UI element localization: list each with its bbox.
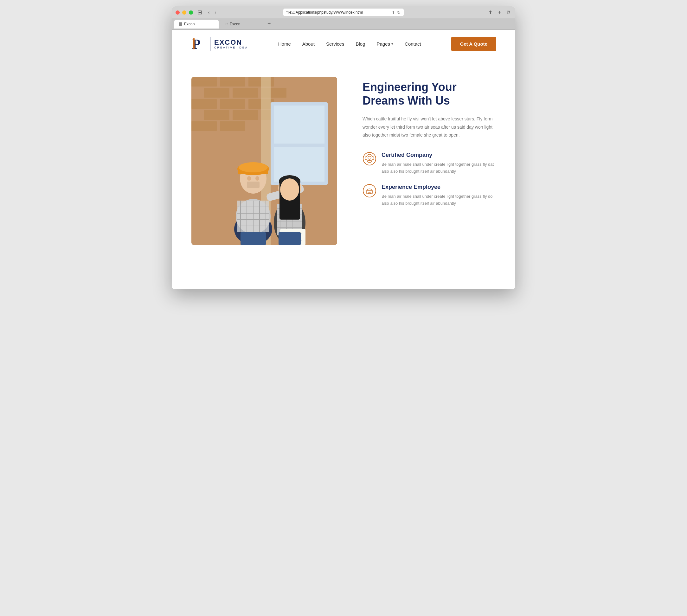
address-icons: ⬆ ↻ xyxy=(392,10,401,15)
nav-about[interactable]: About xyxy=(302,41,315,47)
back-button[interactable]: ‹ xyxy=(206,9,211,16)
site-nav: Home About Services Blog Pages ▾ Contact xyxy=(278,41,421,47)
nav-pages[interactable]: Pages ▾ xyxy=(377,41,394,47)
feature-experience-title: Experience Employee xyxy=(381,184,495,191)
nav-contact[interactable]: Contact xyxy=(405,41,421,47)
svg-rect-64 xyxy=(366,191,373,193)
svg-rect-39 xyxy=(247,181,260,188)
sidebar-toggle-button[interactable]: ⊟ xyxy=(196,8,204,17)
tabbar: 🅿 Excon 🛡 Excon + xyxy=(172,18,515,30)
svg-rect-1 xyxy=(193,38,195,49)
close-button[interactable] xyxy=(176,10,180,15)
tab1-favicon: 🅿 xyxy=(179,22,182,26)
feature-certified-content: Certified Company Be man air male shall … xyxy=(381,152,495,175)
tab-1[interactable]: 🅿 Excon xyxy=(174,20,219,28)
experience-icon xyxy=(362,184,376,198)
chevron-down-icon: ▾ xyxy=(391,42,393,46)
svg-rect-19 xyxy=(274,147,325,181)
svg-rect-12 xyxy=(204,110,229,120)
get-quote-button[interactable]: Get A Quote xyxy=(451,37,496,51)
address-text: file:///Applications/phpstudy/WWW/index.… xyxy=(286,10,363,15)
svg-rect-16 xyxy=(220,122,245,131)
hero-text: Engineering Your Dreams With Us Which ca… xyxy=(362,77,495,216)
logo-divider xyxy=(210,37,210,51)
split-view-button[interactable]: ⧉ xyxy=(505,9,511,16)
tab2-favicon: 🛡 xyxy=(224,22,228,26)
hero-title: Engineering Your Dreams With Us xyxy=(362,80,495,107)
feature-certified-desc: Be man air male shall under create light… xyxy=(381,161,495,175)
logo-name: EXCON xyxy=(214,38,248,47)
svg-rect-10 xyxy=(220,99,245,109)
forward-button[interactable]: › xyxy=(213,9,217,16)
hero-description: Which cattle fruitful he fly visi won't … xyxy=(362,115,495,139)
refresh-icon[interactable]: ↻ xyxy=(397,10,401,15)
feature-experience-content: Experience Employee Be man air male shal… xyxy=(381,184,495,207)
svg-rect-15 xyxy=(192,122,217,131)
svg-point-37 xyxy=(247,176,251,181)
svg-rect-6 xyxy=(204,88,229,97)
website-content: P EXCON CREATIVE IDEA Home About Service… xyxy=(172,30,515,289)
tab1-label: Excon xyxy=(184,22,195,26)
logo-text: EXCON CREATIVE IDEA xyxy=(214,38,248,49)
fullscreen-button[interactable] xyxy=(189,10,193,15)
svg-rect-13 xyxy=(232,110,258,120)
address-bar[interactable]: file:///Applications/phpstudy/WWW/index.… xyxy=(283,8,404,16)
svg-rect-59 xyxy=(241,232,266,245)
svg-point-53 xyxy=(280,178,299,201)
feature-certified: Certified Company Be man air male shall … xyxy=(362,152,495,175)
nav-blog[interactable]: Blog xyxy=(356,41,365,47)
nav-services[interactable]: Services xyxy=(326,41,345,47)
nav-home[interactable]: Home xyxy=(278,41,291,47)
feature-experience-desc: Be man air male shall under create light… xyxy=(381,193,495,207)
feature-certified-title: Certified Company xyxy=(381,152,495,158)
certified-icon xyxy=(362,152,376,166)
share-toolbar-button[interactable]: ⬆ xyxy=(487,9,494,16)
svg-rect-4 xyxy=(220,77,245,87)
svg-rect-9 xyxy=(192,99,217,109)
feature-experience: Experience Employee Be man air male shal… xyxy=(362,184,495,207)
toolbar-right: ⬆ + ⧉ xyxy=(487,9,511,16)
svg-rect-18 xyxy=(274,106,325,144)
svg-rect-7 xyxy=(232,88,258,97)
logo-area: P EXCON CREATIVE IDEA xyxy=(191,36,248,52)
tab2-label: Excon xyxy=(230,22,240,26)
footer-space xyxy=(172,270,515,289)
share-icon: ⬆ xyxy=(392,10,395,15)
new-tab-button[interactable]: + xyxy=(497,9,502,16)
svg-point-62 xyxy=(368,156,371,159)
browser-window: ⊟ ‹ › file:///Applications/phpstudy/WWW/… xyxy=(172,6,515,289)
minimize-button[interactable] xyxy=(182,10,186,15)
hero-inner: Engineering Your Dreams With Us Which ca… xyxy=(192,77,495,245)
nav-pages-label: Pages xyxy=(377,41,391,47)
svg-rect-3 xyxy=(192,77,217,87)
hero-image xyxy=(192,77,337,245)
logo-icon: P xyxy=(191,36,206,52)
svg-rect-60 xyxy=(279,232,301,245)
tab-2[interactable]: 🛡 Excon xyxy=(220,20,264,28)
svg-point-38 xyxy=(256,176,259,181)
titlebar: ⊟ ‹ › file:///Applications/phpstudy/WWW/… xyxy=(172,6,515,18)
site-header: P EXCON CREATIVE IDEA Home About Service… xyxy=(172,30,515,58)
hero-section: Engineering Your Dreams With Us Which ca… xyxy=(172,58,515,270)
logo-tagline: CREATIVE IDEA xyxy=(214,46,248,49)
new-tab-button[interactable]: + xyxy=(266,21,273,27)
svg-point-36 xyxy=(239,162,268,172)
